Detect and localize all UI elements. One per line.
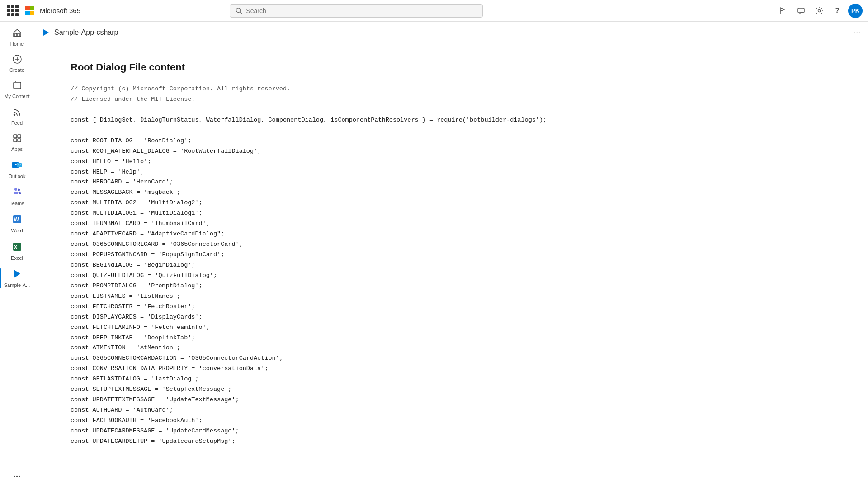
sidebar-item-my-content[interactable]: My Content bbox=[2, 78, 33, 102]
svg-point-10 bbox=[14, 114, 15, 115]
search-icon bbox=[236, 7, 242, 14]
svg-rect-4 bbox=[15, 33, 17, 37]
code-line: const { DialogSet, DialogTurnStatus, Wat… bbox=[71, 115, 832, 126]
code-line: const UPDATETEXTMESSAGE = 'UpdateTextMes… bbox=[71, 395, 832, 405]
breadcrumb-title: Sample-App-csharp bbox=[54, 28, 118, 37]
code-line: const MULTIDIALOG2 = 'MultiDialog2'; bbox=[71, 198, 832, 208]
waffle-menu[interactable] bbox=[5, 4, 20, 18]
microsoft-logo bbox=[25, 6, 34, 15]
feed-icon bbox=[12, 107, 22, 119]
code-line: const DEEPLINKTAB = 'DeepLinkTab'; bbox=[71, 333, 832, 343]
settings-button[interactable] bbox=[812, 4, 826, 18]
sidebar-item-outlook[interactable]: Outlook bbox=[2, 157, 33, 182]
sidebar-more-button[interactable]: ··· bbox=[2, 469, 33, 484]
code-line bbox=[71, 105, 832, 115]
code-line: const UPDATECARDMESSAGE = 'UpdateCardMes… bbox=[71, 426, 832, 436]
sidebar-item-create[interactable]: Create bbox=[2, 52, 33, 76]
sidebar-item-excel[interactable]: X Excel bbox=[2, 239, 33, 264]
sidebar-item-apps[interactable]: Apps bbox=[2, 131, 33, 155]
svg-point-3 bbox=[818, 9, 821, 12]
breadcrumb-bar: Sample-App-csharp ··· bbox=[34, 22, 868, 43]
code-line: const ATMENTION = 'AtMention'; bbox=[71, 343, 832, 353]
code-line: const THUMBNAILCARD = 'ThumbnailCard'; bbox=[71, 219, 832, 229]
my-content-icon bbox=[12, 80, 22, 92]
code-line: const LISTNAMES = 'ListNames'; bbox=[71, 291, 832, 302]
code-line: const O365CONNECTORECARD = 'O365Connecto… bbox=[71, 239, 832, 250]
outlook-icon bbox=[12, 160, 23, 172]
sidebar-item-feed[interactable]: Feed bbox=[2, 104, 33, 129]
create-icon bbox=[12, 54, 22, 66]
code-line: const ROOT_WATERFALL_DIALOG = 'RootWater… bbox=[71, 146, 832, 157]
search-bar[interactable] bbox=[230, 4, 483, 18]
svg-rect-13 bbox=[14, 139, 17, 142]
sidebar-item-word-label: Word bbox=[11, 228, 23, 234]
svg-text:W: W bbox=[14, 216, 19, 223]
sidebar-item-home-label: Home bbox=[10, 41, 24, 47]
topbar: Microsoft 365 ? PK bbox=[0, 0, 868, 22]
svg-line-1 bbox=[240, 12, 242, 14]
code-line: const MESSAGEBACK = 'msgback'; bbox=[71, 188, 832, 198]
topbar-right: ? PK bbox=[776, 4, 863, 18]
sidebar-item-sample[interactable]: Sample-A... bbox=[2, 266, 33, 291]
search-input[interactable] bbox=[246, 7, 477, 14]
code-line: const ROOT_DIALOG = 'RootDialog'; bbox=[71, 136, 832, 146]
code-line: const FACEBOOKAUTH = 'FacebookAuth'; bbox=[71, 416, 832, 426]
code-line: const FETCHROSTER = 'FetchRoster'; bbox=[71, 302, 832, 312]
teams-icon bbox=[12, 187, 23, 199]
code-line: const POPUPSIGNINCARD = 'PopupSignInCard… bbox=[71, 250, 832, 260]
code-line bbox=[71, 126, 832, 136]
code-line: const O365CONNECTORCARDACTION = 'O365Con… bbox=[71, 353, 832, 364]
sidebar-item-excel-label: Excel bbox=[11, 255, 23, 261]
code-line: // Licensed under the MIT License. bbox=[71, 94, 832, 105]
code-line: const BEGINdIALOG = 'BeginDialog'; bbox=[71, 260, 832, 271]
svg-marker-23 bbox=[14, 270, 20, 278]
code-line: const PROMPTDIALOG = 'PromptDialog'; bbox=[71, 281, 832, 291]
sidebar-item-teams-label: Teams bbox=[9, 201, 24, 206]
code-line: const FETCHTEAMINFO = 'FetchTeamInfo'; bbox=[71, 323, 832, 333]
code-block: // Copyright (c) Microsoft Corporation. … bbox=[71, 84, 832, 447]
brand-label: Microsoft 365 bbox=[40, 7, 80, 14]
user-avatar[interactable]: PK bbox=[848, 4, 863, 18]
breadcrumb-icon bbox=[42, 28, 51, 37]
file-content-area: Root Dialog File content // Copyright (c… bbox=[34, 43, 868, 488]
breadcrumb-more-button[interactable]: ··· bbox=[853, 27, 861, 38]
file-heading: Root Dialog File content bbox=[71, 61, 832, 73]
sidebar-item-word[interactable]: W Word bbox=[2, 211, 33, 236]
code-line: const DISPLAYCARDS = 'DisplayCards'; bbox=[71, 312, 832, 323]
sidebar: Home Create My Content bbox=[0, 22, 34, 488]
apps-icon bbox=[12, 133, 22, 145]
code-line: const QUIZFULLDIALOG = 'QuizFullDialog'; bbox=[71, 271, 832, 281]
help-button[interactable]: ? bbox=[830, 4, 844, 18]
svg-rect-14 bbox=[18, 139, 21, 142]
chat-button[interactable] bbox=[794, 4, 808, 18]
svg-point-18 bbox=[14, 188, 17, 191]
home-icon bbox=[12, 28, 22, 40]
code-line: // Copyright (c) Microsoft Corporation. … bbox=[71, 84, 832, 94]
excel-icon: X bbox=[12, 241, 23, 254]
more-icon: ··· bbox=[13, 471, 21, 482]
sidebar-item-my-content-label: My Content bbox=[4, 94, 29, 99]
sample-app-icon bbox=[12, 268, 23, 281]
flag-button[interactable] bbox=[776, 4, 790, 18]
main-layout: Home Create My Content bbox=[0, 22, 868, 488]
sidebar-item-outlook-label: Outlook bbox=[9, 174, 26, 179]
svg-rect-9 bbox=[14, 82, 21, 89]
svg-rect-11 bbox=[14, 135, 17, 138]
waffle-icon bbox=[7, 5, 19, 16]
code-line: const UPDATECARDSETUP = 'UpdatecardSetup… bbox=[71, 436, 832, 447]
code-line: const HELLO = 'Hello'; bbox=[71, 157, 832, 167]
code-line: const SETUPTEXTMESSAGE = 'SetupTextMessa… bbox=[71, 385, 832, 395]
svg-text:X: X bbox=[14, 244, 17, 250]
sidebar-item-teams[interactable]: Teams bbox=[2, 184, 33, 209]
code-line: const GETLASTDIALOG = 'lastDialog'; bbox=[71, 374, 832, 385]
sidebar-item-sample-label: Sample-A... bbox=[4, 282, 30, 288]
svg-rect-12 bbox=[18, 135, 21, 138]
content-area: Sample-App-csharp ··· Root Dialog File c… bbox=[34, 22, 868, 488]
svg-rect-2 bbox=[798, 8, 804, 13]
sidebar-item-feed-label: Feed bbox=[11, 120, 23, 126]
sidebar-item-apps-label: Apps bbox=[11, 146, 23, 152]
code-line: const ADAPTIVECARD = "AdaptiveCardDialog… bbox=[71, 229, 832, 239]
code-line: const AUTHCARD = 'AuthCard'; bbox=[71, 405, 832, 416]
svg-point-0 bbox=[236, 8, 241, 12]
sidebar-item-home[interactable]: Home bbox=[2, 25, 33, 50]
